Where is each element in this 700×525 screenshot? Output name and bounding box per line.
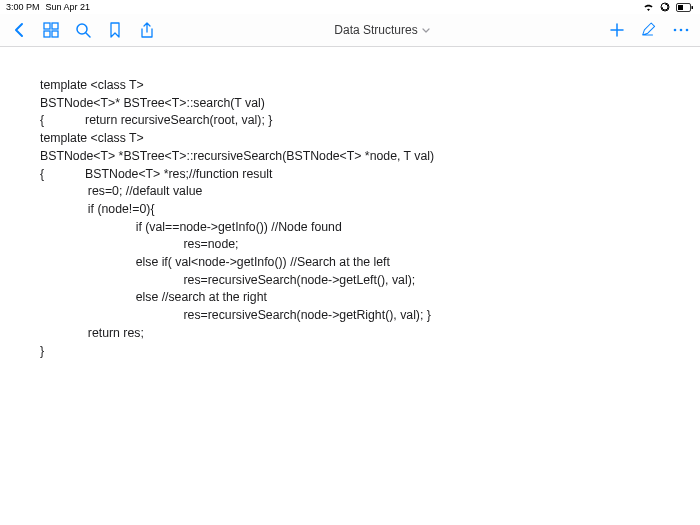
code-line: template <class T> [40, 77, 692, 95]
status-time: 3:00 PM [6, 2, 40, 12]
code-line: res=recursiveSearch(node->getRight(), va… [40, 307, 692, 325]
annotate-button[interactable] [638, 19, 660, 41]
search-button[interactable] [72, 19, 94, 41]
code-line: if (val==node->getInfo()) //Node found [40, 219, 692, 237]
toolbar: Data Structures [0, 14, 700, 47]
svg-point-13 [680, 29, 683, 32]
code-line: res=node; [40, 236, 692, 254]
svg-rect-3 [692, 6, 694, 9]
code-line: { return recursiveSearch(root, val); } [40, 112, 692, 130]
code-line: template <class T> [40, 130, 692, 148]
more-button[interactable] [670, 19, 692, 41]
svg-rect-5 [52, 23, 58, 29]
code-line: } [40, 343, 692, 361]
battery-icon [676, 3, 694, 12]
svg-rect-6 [44, 31, 50, 37]
code-line: BSTNode<T>* BSTree<T>::search(T val) [40, 95, 692, 113]
status-bar: 3:00 PM Sun Apr 21 [0, 0, 700, 14]
code-line: res=recursiveSearch(node->getLeft(), val… [40, 272, 692, 290]
share-button[interactable] [136, 19, 158, 41]
svg-line-9 [86, 33, 90, 37]
code-line: if (node!=0){ [40, 201, 692, 219]
svg-point-14 [686, 29, 689, 32]
svg-rect-7 [52, 31, 58, 37]
code-line: { BSTNode<T> *res;//function result [40, 166, 692, 184]
status-date: Sun Apr 21 [46, 2, 91, 12]
document-content[interactable]: template <class T> BSTNode<T>* BSTree<T>… [0, 47, 700, 368]
svg-point-12 [674, 29, 677, 32]
bookmark-button[interactable] [104, 19, 126, 41]
document-title: Data Structures [334, 23, 417, 37]
orientation-lock-icon [660, 2, 670, 12]
back-button[interactable] [8, 19, 30, 41]
svg-rect-2 [678, 5, 683, 10]
code-line: BSTNode<T> *BSTree<T>::recursiveSearch(B… [40, 148, 692, 166]
grid-view-button[interactable] [40, 19, 62, 41]
chevron-down-icon [422, 23, 430, 37]
svg-rect-4 [44, 23, 50, 29]
code-line: else if( val<node->getInfo()) //Search a… [40, 254, 692, 272]
wifi-icon [643, 3, 654, 12]
document-title-dropdown[interactable]: Data Structures [158, 23, 606, 37]
code-line: else //search at the right [40, 289, 692, 307]
add-button[interactable] [606, 19, 628, 41]
code-line: res=0; //default value [40, 183, 692, 201]
code-line: return res; [40, 325, 692, 343]
